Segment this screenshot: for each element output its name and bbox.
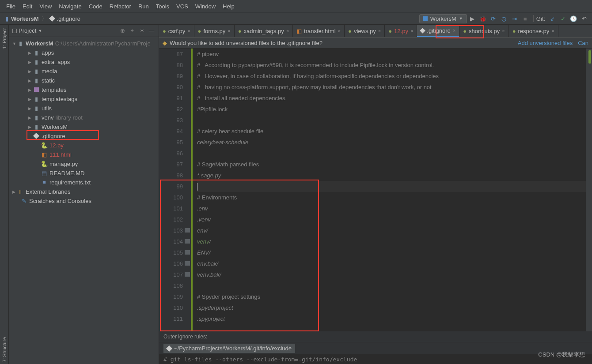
tree-item-111.html[interactable]: ◧ 111.html (9, 150, 159, 159)
tree-item-WorkersM[interactable]: ▶▮ WorkersM (9, 122, 159, 131)
code-line[interactable]: .venv (197, 214, 586, 225)
code-line[interactable]: *.sage.py (197, 170, 586, 181)
code-line[interactable]: # celery beat schedule file (197, 126, 586, 137)
close-icon[interactable]: × (338, 28, 341, 34)
run-button[interactable]: ▶ (468, 15, 476, 23)
tree-scratches[interactable]: ✎Scratches and Consoles (9, 196, 159, 206)
tree-item-static[interactable]: ▶▮ static (9, 76, 159, 85)
left-tool-strip: 1: Project 7: Structure (0, 25, 9, 364)
menu-code[interactable]: Code (85, 3, 106, 10)
menu-tools[interactable]: Tools (152, 3, 173, 10)
tree-item-extra_apps[interactable]: ▶▮ extra_apps (9, 57, 159, 67)
code-line[interactable] (197, 181, 586, 192)
tool-tab-structure[interactable]: 7: Structure (2, 335, 7, 364)
tree-item-.gitignore[interactable]: .gitignore (9, 131, 159, 141)
settings-icon[interactable]: ✶ (138, 27, 145, 34)
code-line[interactable]: ENV/ (197, 247, 586, 258)
tab-response.py[interactable]: ●response.py× (509, 25, 558, 37)
code-line[interactable]: # having no cross-platform support, pipe… (197, 82, 586, 93)
code-body[interactable]: # pipenv# According to pypa/pipenv#598, … (191, 49, 586, 331)
attach-button[interactable]: ⇥ (511, 15, 519, 23)
code-line[interactable]: .spyproject (197, 313, 586, 324)
stop-button[interactable]: ■ (521, 15, 529, 23)
coverage-button[interactable]: ⟳ (490, 15, 497, 23)
close-icon[interactable]: × (378, 28, 381, 34)
code-line[interactable]: # pipenv (197, 49, 586, 60)
vcs-update-button[interactable]: ↙ (548, 15, 556, 23)
code-editor[interactable]: 8788899091929394959697989910010110210310… (159, 49, 592, 331)
editor-tabs: ●csrf.py× ●forms.py× ●xadmin_tags.py× ◧t… (159, 25, 592, 37)
tool-tab-project[interactable]: 1: Project (2, 26, 7, 50)
code-line[interactable]: # SageMath parsed files (197, 159, 586, 170)
tree-item-12.py[interactable]: 🐍 12.py (9, 141, 159, 150)
menu-edit[interactable]: Edit (19, 3, 36, 10)
tab-csrf.py[interactable]: ●csrf.py× (159, 25, 194, 37)
tree-item-venv[interactable]: ▶▮ venvlibrary root (9, 113, 159, 122)
breadcrumb[interactable]: ▮ WorkersM 〉 .gitignore (3, 15, 83, 23)
close-icon[interactable]: × (551, 28, 554, 34)
collapse-icon[interactable]: ÷ (129, 27, 136, 34)
code-line[interactable]: .env (197, 203, 586, 214)
tree-item-utils[interactable]: ▶▮ utils (9, 104, 159, 113)
vcs-commit-button[interactable]: ✓ (559, 15, 567, 23)
sidebar-title[interactable]: Project ▼ (12, 27, 42, 34)
code-line[interactable]: env.bak/ (197, 258, 586, 269)
tab-shortcuts.py[interactable]: ●shortcuts.py× (459, 25, 509, 37)
vcs-revert-button[interactable]: ↶ (580, 15, 588, 23)
tab-xadmin_tags.py[interactable]: ●xadmin_tags.py× (235, 25, 293, 37)
code-line[interactable]: .spyderproject (197, 302, 586, 313)
tab-transfer.html[interactable]: ◧transfer.html× (293, 25, 345, 37)
profile-button[interactable]: ◷ (500, 15, 508, 23)
tree-item-apps[interactable]: ▶▮ apps (9, 48, 159, 57)
code-line[interactable] (197, 148, 586, 159)
tab-views.py[interactable]: ●views.py× (345, 25, 385, 37)
code-line[interactable]: #Pipfile.lock (197, 104, 586, 115)
locate-icon[interactable]: ⊕ (119, 27, 126, 34)
menu-window[interactable]: Window (192, 3, 219, 10)
code-line[interactable]: env/ (197, 225, 586, 236)
code-line[interactable]: celerybeat-schedule (197, 137, 586, 148)
code-line[interactable] (197, 115, 586, 126)
hide-icon[interactable]: — (148, 27, 155, 34)
menu-vcs[interactable]: VCS (173, 3, 192, 10)
code-line[interactable]: # According to pypa/pipenv#598, it is re… (197, 60, 586, 71)
tree-item-requirements.txt[interactable]: ≡ requirements.txt (9, 178, 159, 187)
add-unversioned-link[interactable]: Add unversioned files (518, 40, 573, 46)
close-icon[interactable]: × (228, 28, 230, 34)
menu-navigate[interactable]: Navigate (55, 3, 85, 10)
menu-view[interactable]: View (36, 3, 55, 10)
tree-item-README.MD[interactable]: ▤ README.MD (9, 169, 159, 178)
code-line[interactable]: # Spyder project settings (197, 291, 586, 302)
notice-text: Would you like to add unversioned files … (170, 40, 323, 46)
breadcrumb-project: WorkersM (11, 15, 39, 22)
code-line[interactable] (197, 280, 586, 291)
tree-root[interactable]: ▼▮ WorkersMC:\Users\Administrator\Pychar… (9, 39, 159, 48)
tree-item-templates[interactable]: ▶ templates (9, 85, 159, 94)
code-line[interactable]: # install all needed dependencies. (197, 93, 586, 104)
close-icon[interactable]: × (410, 28, 413, 34)
close-icon[interactable]: × (187, 28, 190, 34)
code-line[interactable]: # However, in case of collaboration, if … (197, 71, 586, 82)
cancel-link[interactable]: Can (578, 40, 588, 46)
vcs-history-button[interactable]: 🕓 (569, 15, 577, 23)
tab-forms.py[interactable]: ●forms.py× (194, 25, 235, 37)
tree-item-templatestags[interactable]: ▶▮ templatestags (9, 94, 159, 104)
run-config-select[interactable]: WorkersM ▼ (419, 14, 467, 23)
menu-run[interactable]: Run (135, 3, 152, 10)
exclude-chip[interactable]: ~/PycharmProjects/WorkersM/.git/info/exc… (163, 344, 295, 353)
tree-item-manage.py[interactable]: 🐍 manage.py (9, 159, 159, 169)
debug-button[interactable]: 🐞 (479, 15, 487, 23)
code-line[interactable]: venv.bak/ (197, 269, 586, 280)
close-icon[interactable]: × (286, 28, 289, 34)
code-line[interactable]: venv/ (197, 236, 586, 247)
tree-item-media[interactable]: ▶▮ media (9, 67, 159, 76)
close-icon[interactable]: × (502, 28, 505, 34)
code-line[interactable]: # Environments (197, 192, 586, 203)
tab-12.py[interactable]: ●12.py× (385, 25, 417, 37)
tree-external-libs[interactable]: ▶⫴External Libraries (9, 187, 159, 196)
menu-file[interactable]: File (3, 3, 19, 10)
menu-help[interactable]: Help (219, 3, 238, 10)
tab-.gitignore[interactable]: .gitignore× (417, 25, 459, 37)
menu-refactor[interactable]: Refactor (106, 3, 135, 10)
close-icon[interactable]: × (453, 28, 455, 33)
